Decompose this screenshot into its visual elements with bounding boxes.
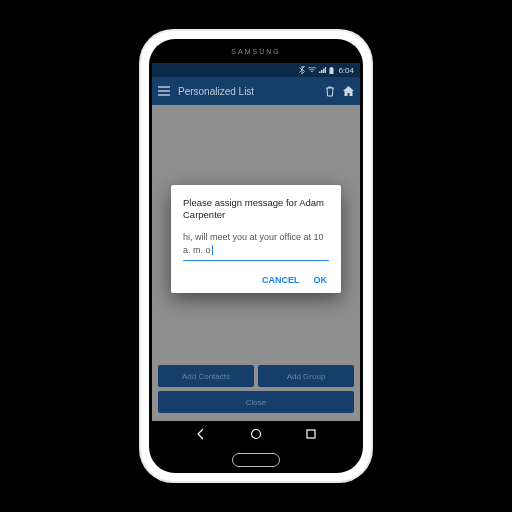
phone-brand: SAMSUNG xyxy=(149,39,363,63)
ok-button[interactable]: OK xyxy=(314,275,328,285)
phone-bezel: SAMSUNG 6:04 Personalized List A xyxy=(149,39,363,473)
screen: 6:04 Personalized List Add Contacts Add … xyxy=(152,63,360,447)
hardware-home-button[interactable] xyxy=(232,453,280,467)
dialog-actions: CANCEL OK xyxy=(183,271,329,287)
input-underline xyxy=(183,260,329,262)
dialog-backdrop: Please assign message for Adam Carpenter… xyxy=(152,63,360,447)
assign-message-dialog: Please assign message for Adam Carpenter… xyxy=(171,185,341,293)
message-input-value: hi, will meet you at your office at 10 a… xyxy=(183,232,323,254)
text-cursor xyxy=(212,245,213,255)
phone-frame: SAMSUNG 6:04 Personalized List A xyxy=(141,31,371,481)
dialog-title: Please assign message for Adam Carpenter xyxy=(183,197,329,222)
cancel-button[interactable]: CANCEL xyxy=(262,275,300,285)
message-input[interactable]: hi, will meet you at your office at 10 a… xyxy=(183,231,329,257)
